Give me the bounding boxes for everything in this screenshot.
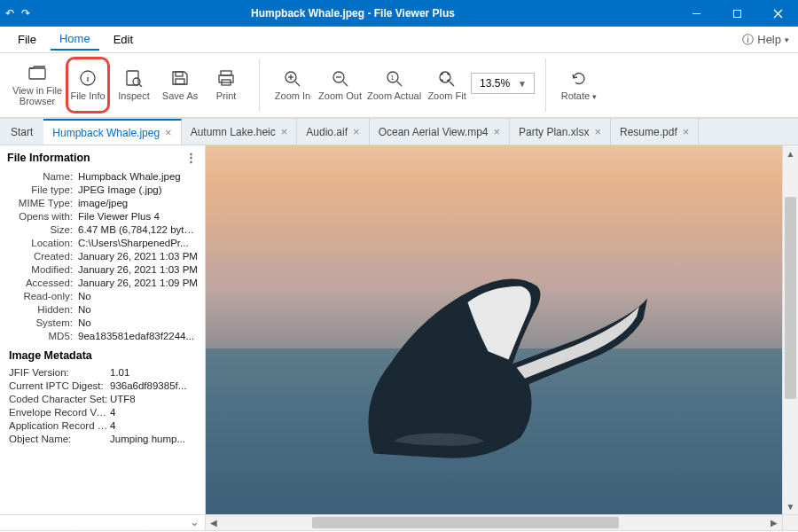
- meta-value: 1.01: [110, 367, 205, 378]
- svg-text:1: 1: [390, 74, 394, 81]
- info-row: Location:C:\Users\SharpenedPr...: [0, 236, 205, 249]
- save-as-button[interactable]: Save As: [158, 57, 202, 113]
- info-label: Opens with:: [0, 211, 78, 222]
- info-row: Hidden:No: [0, 302, 205, 316]
- close-icon[interactable]: ×: [281, 125, 288, 138]
- info-row: Read-only:No: [0, 289, 205, 302]
- scroll-left-icon[interactable]: ◀: [206, 515, 222, 530]
- info-row: Size:6.47 MB (6,784,122 bytes): [0, 223, 205, 236]
- close-icon[interactable]: ×: [493, 125, 500, 138]
- zoom-actual-button[interactable]: 1 Zoom Actual: [365, 57, 423, 113]
- inspect-icon: [124, 69, 144, 87]
- info-value: File Viewer Plus 4: [78, 211, 198, 222]
- meta-value: 4: [110, 407, 205, 418]
- zoom-out-icon: [331, 69, 350, 87]
- meta-row: Envelope Record Versio...4: [0, 405, 205, 419]
- undo-icon[interactable]: ↶: [5, 7, 14, 20]
- start-tab[interactable]: Start: [0, 119, 43, 145]
- tab-resume[interactable]: Resume.pdf×: [611, 119, 699, 145]
- scroll-thumb[interactable]: [312, 517, 619, 528]
- scroll-up-icon[interactable]: ▲: [783, 145, 798, 161]
- info-row: MD5:9ea183581edaf83f2244...: [0, 329, 205, 342]
- info-label: Created:: [0, 251, 78, 262]
- info-label: Hidden:: [0, 304, 78, 315]
- svg-line-17: [295, 82, 300, 86]
- zoom-in-button[interactable]: Zoom In: [270, 57, 315, 113]
- info-label: Location:: [0, 238, 78, 248]
- meta-row: Current IPTC Digest:936a6df89385f...: [0, 379, 205, 392]
- close-icon[interactable]: ×: [353, 125, 360, 138]
- tab-audio[interactable]: Audio.aif×: [297, 119, 369, 145]
- menu-help[interactable]: ⓘ Help ▾: [742, 32, 789, 48]
- menu-bar: File Home Edit ⓘ Help ▾: [0, 27, 798, 53]
- image-metadata-heading: Image Metadata: [0, 342, 205, 365]
- ribbon-toolbar: View in File Browser File Info Inspect S…: [0, 53, 798, 119]
- close-button[interactable]: [757, 0, 798, 27]
- info-value: JPEG Image (.jpg): [78, 184, 198, 195]
- rotate-button[interactable]: Rotate ▾: [557, 57, 601, 113]
- document-tabs: Start Humpback Whale.jpeg× Autumn Lake.h…: [0, 119, 798, 145]
- whale-illustration: [309, 241, 667, 470]
- meta-row: Coded Character Set:UTF8: [0, 392, 205, 405]
- file-info-button[interactable]: File Info: [66, 57, 110, 113]
- rotate-icon: [569, 69, 589, 87]
- tab-ocean-aerial[interactable]: Ocean Aerial View.mp4×: [370, 119, 510, 145]
- tab-party-plan[interactable]: Party Plan.xlsx×: [510, 119, 611, 145]
- file-info-heading: File Information: [7, 152, 90, 164]
- meta-label: Current IPTC Digest:: [0, 380, 110, 391]
- info-label: Name:: [0, 171, 78, 182]
- chevron-down-icon: ▾: [785, 35, 789, 44]
- close-icon[interactable]: ×: [165, 126, 172, 139]
- zoom-level-dropdown[interactable]: 13.5% ▼: [471, 73, 535, 94]
- tab-autumn-lake[interactable]: Autumn Lake.heic×: [182, 119, 298, 145]
- meta-row: Application Record Ver...4: [0, 419, 205, 432]
- info-label: Modified:: [0, 264, 78, 275]
- file-info-panel: File Information ⋮ Name:Humpback Whale.j…: [0, 145, 206, 514]
- info-value: image/jpeg: [78, 198, 198, 208]
- redo-icon[interactable]: ↷: [21, 7, 30, 20]
- menu-edit[interactable]: Edit: [105, 29, 142, 50]
- info-value: January 26, 2021 1:03 PM: [78, 264, 198, 275]
- view-in-browser-button[interactable]: View in File Browser: [11, 57, 64, 113]
- minimize-button[interactable]: [676, 0, 716, 27]
- info-label: MIME Type:: [0, 198, 78, 208]
- svg-line-27: [450, 82, 454, 86]
- scroll-right-icon[interactable]: ▶: [766, 515, 782, 530]
- close-icon[interactable]: ×: [594, 125, 601, 138]
- image-content[interactable]: [206, 145, 782, 514]
- scroll-thumb[interactable]: [785, 197, 796, 399]
- panel-menu-icon[interactable]: ⋮: [185, 151, 198, 164]
- info-row: Name:Humpback Whale.jpeg: [0, 169, 205, 183]
- zoom-out-button[interactable]: Zoom Out: [317, 57, 364, 113]
- info-label: MD5:: [0, 331, 78, 341]
- info-value: No: [78, 317, 198, 328]
- print-icon: [216, 69, 236, 87]
- menu-file[interactable]: File: [9, 29, 45, 50]
- info-label: Size:: [0, 224, 78, 235]
- scroll-down-icon[interactable]: ▼: [783, 498, 798, 514]
- info-value: No: [78, 304, 198, 315]
- info-label: Accessed:: [0, 278, 78, 288]
- vertical-scrollbar[interactable]: ▲ ▼: [782, 145, 798, 514]
- info-icon: [78, 69, 98, 87]
- meta-label: Envelope Record Versio...: [0, 407, 110, 418]
- maximize-button[interactable]: [716, 0, 757, 27]
- menu-home[interactable]: Home: [51, 28, 99, 51]
- sidebar-scroll-hint: ⌄: [0, 515, 206, 530]
- close-icon[interactable]: ×: [683, 125, 690, 138]
- print-button[interactable]: Print: [204, 57, 248, 113]
- horizontal-scrollbar[interactable]: ◀ ▶: [206, 515, 782, 530]
- save-icon: [170, 69, 190, 87]
- meta-value: 4: [110, 420, 205, 431]
- zoom-fit-icon: [437, 69, 457, 87]
- svg-line-10: [139, 84, 142, 87]
- info-row: Accessed:January 26, 2021 1:09 PM: [0, 276, 205, 289]
- tab-humpback-whale[interactable]: Humpback Whale.jpeg×: [43, 119, 181, 145]
- info-value: 9ea183581edaf83f2244...: [78, 331, 198, 341]
- svg-rect-12: [176, 79, 184, 84]
- title-bar: ↶ ↷ Humpback Whale.jpeg - File Viewer Pl…: [0, 0, 798, 27]
- zoom-in-icon: [283, 69, 302, 87]
- zoom-fit-button[interactable]: Zoom Fit: [425, 57, 469, 113]
- inspect-button[interactable]: Inspect: [112, 57, 156, 113]
- info-row: File type:JPEG Image (.jpg): [0, 183, 205, 196]
